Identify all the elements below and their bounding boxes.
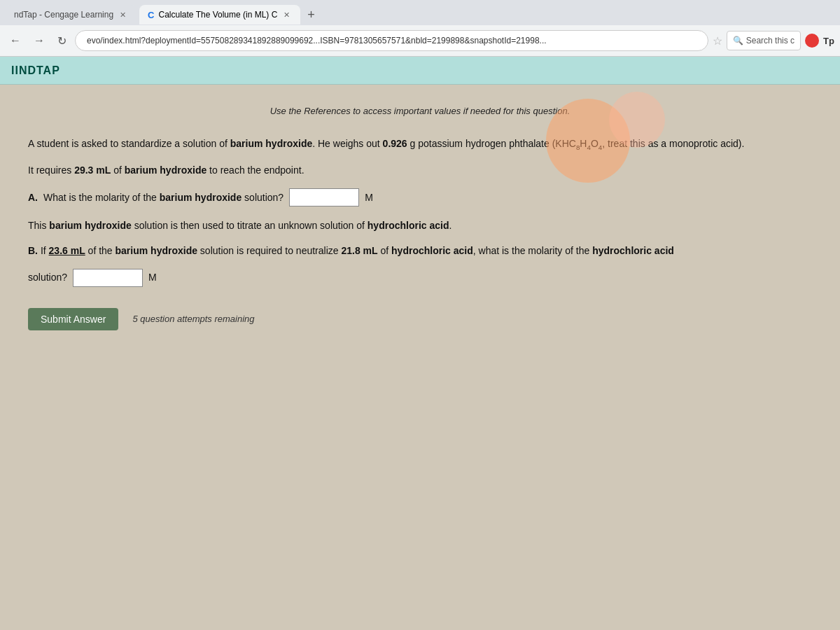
new-tab-button[interactable]: + [303,5,319,24]
barium-hydroxide-bold-5: barium hydroxide [115,245,197,256]
part-b-solution-label: solution? [28,270,67,285]
intro-paragraph: A student is asked to standardize a solu… [28,136,812,153]
statement-2: It requires 29.3 mL of barium hydroxide … [28,162,812,178]
tab-mindtap-label: ndTap - Cengage Learning [14,10,113,20]
part-b-label: B. [28,245,38,256]
part-b-intro: This barium hydroxide solution is then u… [28,218,812,233]
part-b-unit: M [148,270,157,285]
part-a-row: A. What is the molarity of the barium hy… [28,188,812,206]
subscript-4-2: 4 [598,144,602,151]
tab-mindtap-close[interactable]: ✕ [118,10,128,20]
address-bar-row: ← → ↻ ☆ 🔍 Search this c Tp [0,25,840,56]
main-content: Use the References to access important v… [0,85,840,630]
hydrochloric-acid-bold-3: hydrochloric acid [592,245,674,256]
search-icon: 🔍 [733,36,743,46]
bookmark-star[interactable]: ☆ [713,34,722,48]
barium-hydroxide-bold-3: barium hydroxide [160,192,241,203]
tab-calculate[interactable]: C Calculate The Volume (in ML) C ✕ [139,5,300,24]
weight-bold: 0.926 [383,138,407,149]
search-this-label: Search this c [746,36,794,46]
barium-hydroxide-bold-1: barium hydroxide [230,138,312,149]
tab-bar: ndTap - Cengage Learning ✕ C Calculate T… [0,0,840,25]
address-input[interactable] [75,30,708,51]
volume-21-bold: 21.8 mL [341,245,377,256]
back-button[interactable]: ← [6,31,25,50]
part-b-input[interactable] [73,269,143,287]
forward-button[interactable]: → [29,31,49,50]
volume-23-bold: 23.6 mL [49,245,85,256]
browser-chrome: ndTap - Cengage Learning ✕ C Calculate T… [0,0,840,57]
profile-circle-red[interactable] [805,34,819,48]
part-b-paragraph: B. If 23.6 mL of the barium hydroxide so… [28,243,812,258]
barium-hydroxide-bold-4: barium hydroxide [49,220,131,231]
chrome-c-icon: C [148,10,154,20]
volume-bold: 29.3 mL [74,164,111,176]
submit-button[interactable]: Submit Answer [28,308,118,330]
part-b-row: solution? M [28,269,812,287]
hydrochloric-acid-bold-2: hydrochloric acid [391,245,473,256]
part-a-question: What is the molarity of the barium hydro… [43,190,284,205]
search-this-button[interactable]: 🔍 Search this c [727,31,801,50]
subscript-8: 8 [576,144,580,151]
subscript-4: 4 [587,144,590,151]
part-a-label: A. [28,190,38,205]
submit-area: Submit Answer 5 question attempts remain… [28,308,812,330]
attempts-remaining: 5 question attempts remaining [132,314,254,324]
app-header: IINDTAP [0,57,840,85]
tab-calculate-label: Calculate The Volume (in ML) C [159,10,278,20]
part-a-unit: M [365,190,373,205]
tab-mindtap[interactable]: ndTap - Cengage Learning ✕ [6,5,136,24]
page-content: IINDTAP Use the References to access imp… [0,57,840,630]
barium-hydroxide-bold-2: barium hydroxide [125,164,206,176]
question-block: A student is asked to standardize a solu… [28,136,812,287]
hydrochloric-acid-bold-1: hydrochloric acid [368,220,449,231]
reference-note: Use the References to access important v… [28,106,812,116]
menu-label: Tp [823,36,834,46]
part-a-input[interactable] [289,188,359,206]
refresh-button[interactable]: ↻ [53,31,71,50]
app-title: IINDTAP [11,64,60,77]
tab-calculate-close[interactable]: ✕ [281,10,292,20]
